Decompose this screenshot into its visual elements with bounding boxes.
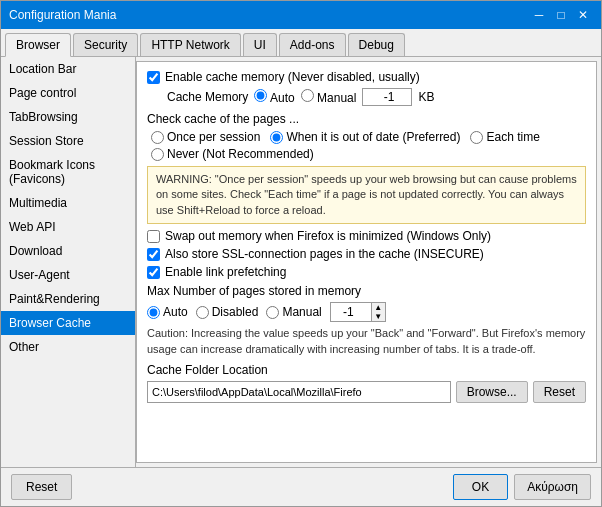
ssl-pages-row: Also store SSL-connection pages in the c… (147, 247, 586, 261)
tab-debug[interactable]: Debug (348, 33, 405, 56)
link-prefetch-row: Enable link prefetching (147, 265, 586, 279)
spinbox-down-button[interactable]: ▼ (372, 312, 385, 321)
sidebar-item-other[interactable]: Other (1, 335, 135, 359)
auto-radio[interactable] (254, 89, 267, 102)
sidebar-item-session-store[interactable]: Session Store (1, 129, 135, 153)
folder-path-input[interactable] (147, 381, 451, 403)
max-pages-input[interactable] (331, 303, 371, 321)
cache-memory-row: Cache Memory Auto Manual -1 KB (167, 88, 586, 106)
sidebar-item-user-agent[interactable]: User-Agent (1, 263, 135, 287)
ok-button[interactable]: OK (453, 474, 508, 500)
title-bar-buttons: ─ □ ✕ (529, 6, 593, 24)
check-cache-label: Check cache of the pages ... (147, 112, 586, 126)
browse-button[interactable]: Browse... (456, 381, 528, 403)
minimize-button[interactable]: ─ (529, 6, 549, 24)
cache-folder-label: Cache Folder Location (147, 363, 586, 377)
each-time-radio[interactable] (470, 131, 483, 144)
tab-browser[interactable]: Browser (5, 33, 71, 57)
sidebar-item-tab-browsing[interactable]: TabBrowsing (1, 105, 135, 129)
ssl-pages-label: Also store SSL-connection pages in the c… (165, 247, 484, 261)
warning-text: WARNING: "Once per session" speeds up yo… (156, 173, 577, 216)
tab-bar: Browser Security HTTP Network UI Add-ons… (1, 29, 601, 57)
enable-cache-label: Enable cache memory (Never disabled, usu… (165, 70, 420, 84)
content-panel: Enable cache memory (Never disabled, usu… (136, 61, 597, 463)
max-disabled-radio[interactable] (196, 306, 209, 319)
warning-box: WARNING: "Once per session" speeds up yo… (147, 166, 586, 224)
swap-out-label: Swap out memory when Firefox is minimize… (165, 229, 491, 243)
link-prefetch-checkbox[interactable] (147, 266, 160, 279)
footer: Reset OK Ακύρωση (1, 467, 601, 506)
cache-check-radio-group: Once per session When it is out of date … (151, 130, 586, 144)
max-manual-radio[interactable] (266, 306, 279, 319)
enable-cache-row: Enable cache memory (Never disabled, usu… (147, 70, 586, 84)
when-out-of-date-label: When it is out of date (Preferred) (270, 130, 460, 144)
tab-ui[interactable]: UI (243, 33, 277, 56)
manual-radio[interactable] (301, 89, 314, 102)
max-pages-radio-row: Auto Disabled Manual ▲ ▼ (147, 302, 586, 322)
never-label: Never (Not Recommended) (151, 147, 314, 161)
swap-out-checkbox[interactable] (147, 230, 160, 243)
ssl-pages-checkbox[interactable] (147, 248, 160, 261)
spinbox-arrows: ▲ ▼ (371, 303, 385, 321)
max-manual-label: Manual (266, 305, 321, 319)
maximize-button[interactable]: □ (551, 6, 571, 24)
sidebar-item-paint-rendering[interactable]: Paint&Rendering (1, 287, 135, 311)
sidebar-item-browser-cache[interactable]: Browser Cache (1, 311, 135, 335)
main-content: Location Bar Page control TabBrowsing Se… (1, 57, 601, 467)
auto-radio-label: Auto (254, 89, 294, 105)
main-window: Configuration Mania ─ □ ✕ Browser Securi… (0, 0, 602, 507)
manual-radio-label: Manual (301, 89, 357, 105)
caution-text: Caution: Increasing the value speeds up … (147, 326, 586, 357)
kb-label: KB (418, 90, 434, 104)
max-auto-label: Auto (147, 305, 188, 319)
sidebar-item-page-control[interactable]: Page control (1, 81, 135, 105)
sidebar-item-multimedia[interactable]: Multimedia (1, 191, 135, 215)
close-button[interactable]: ✕ (573, 6, 593, 24)
once-per-session-label: Once per session (151, 130, 260, 144)
title-bar: Configuration Mania ─ □ ✕ (1, 1, 601, 29)
cache-memory-input[interactable]: -1 (362, 88, 412, 106)
when-out-of-date-radio[interactable] (270, 131, 283, 144)
sidebar: Location Bar Page control TabBrowsing Se… (1, 57, 136, 467)
tab-addons[interactable]: Add-ons (279, 33, 346, 56)
sidebar-item-download[interactable]: Download (1, 239, 135, 263)
swap-out-row: Swap out memory when Firefox is minimize… (147, 229, 586, 243)
sidebar-item-bookmark-icons[interactable]: Bookmark Icons (Favicons) (1, 153, 135, 191)
cache-memory-label: Cache Memory (167, 90, 248, 104)
never-radio-group: Never (Not Recommended) (151, 147, 586, 161)
spinbox-up-button[interactable]: ▲ (372, 303, 385, 312)
window-title: Configuration Mania (9, 8, 116, 22)
tab-http-network[interactable]: HTTP Network (140, 33, 240, 56)
never-radio[interactable] (151, 148, 164, 161)
tab-security[interactable]: Security (73, 33, 138, 56)
folder-row: Browse... Reset (147, 381, 586, 403)
footer-right: OK Ακύρωση (453, 474, 591, 500)
link-prefetch-label: Enable link prefetching (165, 265, 286, 279)
once-per-session-radio[interactable] (151, 131, 164, 144)
max-pages-spinbox: ▲ ▼ (330, 302, 386, 322)
max-disabled-label: Disabled (196, 305, 259, 319)
sidebar-item-web-api[interactable]: Web API (1, 215, 135, 239)
max-pages-label: Max Number of pages stored in memory (147, 284, 586, 298)
sidebar-item-location-bar[interactable]: Location Bar (1, 57, 135, 81)
max-auto-radio[interactable] (147, 306, 160, 319)
reset-folder-button[interactable]: Reset (533, 381, 586, 403)
each-time-label: Each time (470, 130, 539, 144)
cancel-button[interactable]: Ακύρωση (514, 474, 591, 500)
reset-button[interactable]: Reset (11, 474, 72, 500)
enable-cache-checkbox[interactable] (147, 71, 160, 84)
